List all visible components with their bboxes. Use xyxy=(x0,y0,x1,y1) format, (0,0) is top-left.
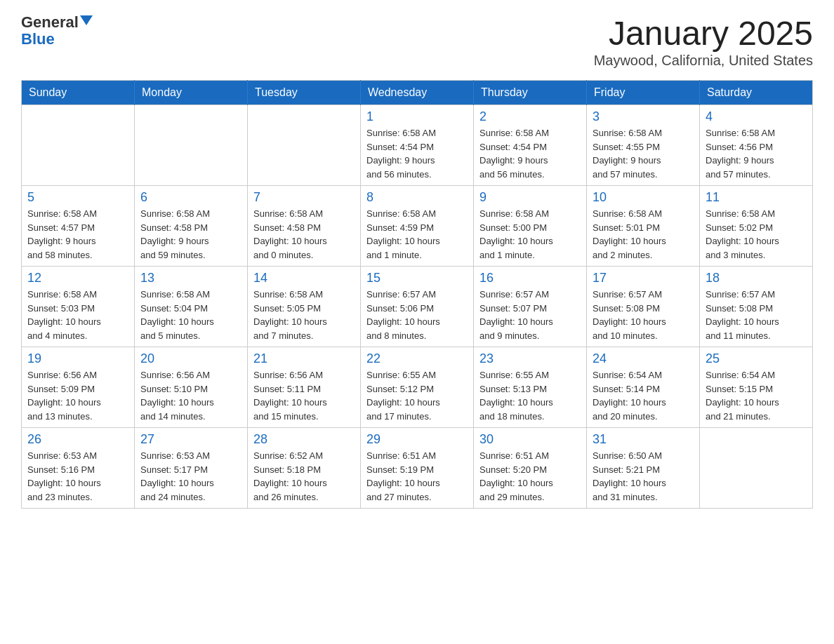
calendar-cell: 6Sunrise: 6:58 AM Sunset: 4:58 PM Daylig… xyxy=(135,186,248,267)
calendar-cell: 9Sunrise: 6:58 AM Sunset: 5:00 PM Daylig… xyxy=(474,186,587,267)
day-info: Sunrise: 6:58 AM Sunset: 5:03 PM Dayligh… xyxy=(27,288,128,342)
calendar-cell: 3Sunrise: 6:58 AM Sunset: 4:55 PM Daylig… xyxy=(587,105,700,186)
day-number: 28 xyxy=(253,432,355,447)
calendar-cell: 20Sunrise: 6:56 AM Sunset: 5:10 PM Dayli… xyxy=(135,347,248,428)
page-subtitle: Maywood, California, United States xyxy=(594,53,813,69)
day-info: Sunrise: 6:53 AM Sunset: 5:16 PM Dayligh… xyxy=(27,449,128,504)
day-number: 27 xyxy=(140,432,241,447)
calendar-cell xyxy=(700,428,813,509)
day-info: Sunrise: 6:58 AM Sunset: 4:54 PM Dayligh… xyxy=(366,126,468,181)
calendar-cell: 26Sunrise: 6:53 AM Sunset: 5:16 PM Dayli… xyxy=(22,428,135,509)
day-number: 12 xyxy=(27,271,128,286)
calendar-cell: 17Sunrise: 6:57 AM Sunset: 5:08 PM Dayli… xyxy=(587,267,700,347)
day-info: Sunrise: 6:54 AM Sunset: 5:15 PM Dayligh… xyxy=(706,368,807,423)
day-info: Sunrise: 6:58 AM Sunset: 5:01 PM Dayligh… xyxy=(593,207,694,262)
day-of-week-friday: Friday xyxy=(587,81,700,105)
day-number: 10 xyxy=(593,190,694,205)
page-header: General Blue January 2025 Maywood, Calif… xyxy=(21,14,813,69)
week-row-4: 19Sunrise: 6:56 AM Sunset: 5:09 PM Dayli… xyxy=(22,347,813,428)
day-of-week-monday: Monday xyxy=(135,81,248,105)
day-info: Sunrise: 6:58 AM Sunset: 4:56 PM Dayligh… xyxy=(706,126,807,181)
day-of-week-thursday: Thursday xyxy=(474,81,587,105)
day-info: Sunrise: 6:58 AM Sunset: 5:02 PM Dayligh… xyxy=(706,207,807,262)
calendar-cell: 2Sunrise: 6:58 AM Sunset: 4:54 PM Daylig… xyxy=(474,105,587,186)
day-number: 24 xyxy=(593,351,694,366)
day-info: Sunrise: 6:58 AM Sunset: 4:57 PM Dayligh… xyxy=(27,207,128,262)
day-number: 29 xyxy=(366,432,468,447)
day-info: Sunrise: 6:58 AM Sunset: 5:04 PM Dayligh… xyxy=(140,288,241,342)
day-of-week-wednesday: Wednesday xyxy=(361,81,474,105)
day-info: Sunrise: 6:54 AM Sunset: 5:14 PM Dayligh… xyxy=(593,368,694,423)
calendar-cell: 11Sunrise: 6:58 AM Sunset: 5:02 PM Dayli… xyxy=(700,186,813,267)
day-info: Sunrise: 6:58 AM Sunset: 5:05 PM Dayligh… xyxy=(253,288,355,342)
calendar-cell: 4Sunrise: 6:58 AM Sunset: 4:56 PM Daylig… xyxy=(700,105,813,186)
day-info: Sunrise: 6:56 AM Sunset: 5:09 PM Dayligh… xyxy=(27,368,128,423)
day-info: Sunrise: 6:57 AM Sunset: 5:06 PM Dayligh… xyxy=(366,288,468,342)
day-number: 14 xyxy=(253,271,355,286)
day-of-week-tuesday: Tuesday xyxy=(248,81,361,105)
day-info: Sunrise: 6:57 AM Sunset: 5:07 PM Dayligh… xyxy=(479,288,581,342)
day-number: 1 xyxy=(366,109,468,124)
calendar-cell: 7Sunrise: 6:58 AM Sunset: 4:58 PM Daylig… xyxy=(248,186,361,267)
day-number: 26 xyxy=(27,432,128,447)
day-number: 2 xyxy=(479,109,581,124)
day-number: 31 xyxy=(593,432,694,447)
week-row-3: 12Sunrise: 6:58 AM Sunset: 5:03 PM Dayli… xyxy=(22,267,813,347)
day-info: Sunrise: 6:58 AM Sunset: 4:55 PM Dayligh… xyxy=(593,126,694,181)
page-title: January 2025 xyxy=(594,14,813,53)
day-number: 7 xyxy=(253,190,355,205)
calendar-cell: 25Sunrise: 6:54 AM Sunset: 5:15 PM Dayli… xyxy=(700,347,813,428)
day-number: 16 xyxy=(479,271,581,286)
calendar-cell: 18Sunrise: 6:57 AM Sunset: 5:08 PM Dayli… xyxy=(700,267,813,347)
day-number: 6 xyxy=(140,190,241,205)
day-of-week-sunday: Sunday xyxy=(22,81,135,105)
calendar-header: SundayMondayTuesdayWednesdayThursdayFrid… xyxy=(22,81,813,105)
day-info: Sunrise: 6:57 AM Sunset: 5:08 PM Dayligh… xyxy=(706,288,807,342)
days-of-week-row: SundayMondayTuesdayWednesdayThursdayFrid… xyxy=(22,81,813,105)
day-number: 21 xyxy=(253,351,355,366)
day-number: 4 xyxy=(706,109,807,124)
day-info: Sunrise: 6:57 AM Sunset: 5:08 PM Dayligh… xyxy=(593,288,694,342)
logo-triangle-icon xyxy=(80,15,93,25)
day-info: Sunrise: 6:58 AM Sunset: 5:00 PM Dayligh… xyxy=(479,207,581,262)
day-number: 22 xyxy=(366,351,468,366)
day-info: Sunrise: 6:56 AM Sunset: 5:11 PM Dayligh… xyxy=(253,368,355,423)
calendar-cell: 22Sunrise: 6:55 AM Sunset: 5:12 PM Dayli… xyxy=(361,347,474,428)
calendar-cell xyxy=(135,105,248,186)
day-number: 30 xyxy=(479,432,581,447)
calendar-cell: 31Sunrise: 6:50 AM Sunset: 5:21 PM Dayli… xyxy=(587,428,700,509)
day-number: 23 xyxy=(479,351,581,366)
calendar-cell: 16Sunrise: 6:57 AM Sunset: 5:07 PM Dayli… xyxy=(474,267,587,347)
day-number: 11 xyxy=(706,190,807,205)
day-info: Sunrise: 6:58 AM Sunset: 4:59 PM Dayligh… xyxy=(366,207,468,262)
day-info: Sunrise: 6:58 AM Sunset: 4:58 PM Dayligh… xyxy=(253,207,355,262)
calendar-cell: 15Sunrise: 6:57 AM Sunset: 5:06 PM Dayli… xyxy=(361,267,474,347)
day-number: 17 xyxy=(593,271,694,286)
day-info: Sunrise: 6:58 AM Sunset: 4:58 PM Dayligh… xyxy=(140,207,241,262)
calendar-cell: 23Sunrise: 6:55 AM Sunset: 5:13 PM Dayli… xyxy=(474,347,587,428)
calendar-table: SundayMondayTuesdayWednesdayThursdayFrid… xyxy=(21,80,813,509)
calendar-cell: 10Sunrise: 6:58 AM Sunset: 5:01 PM Dayli… xyxy=(587,186,700,267)
day-info: Sunrise: 6:50 AM Sunset: 5:21 PM Dayligh… xyxy=(593,449,694,504)
day-info: Sunrise: 6:56 AM Sunset: 5:10 PM Dayligh… xyxy=(140,368,241,423)
title-block: January 2025 Maywood, California, United… xyxy=(594,14,813,69)
day-info: Sunrise: 6:52 AM Sunset: 5:18 PM Dayligh… xyxy=(253,449,355,504)
day-info: Sunrise: 6:55 AM Sunset: 5:13 PM Dayligh… xyxy=(479,368,581,423)
calendar-cell: 24Sunrise: 6:54 AM Sunset: 5:14 PM Dayli… xyxy=(587,347,700,428)
day-number: 9 xyxy=(479,190,581,205)
day-of-week-saturday: Saturday xyxy=(700,81,813,105)
week-row-1: 1Sunrise: 6:58 AM Sunset: 4:54 PM Daylig… xyxy=(22,105,813,186)
day-number: 15 xyxy=(366,271,468,286)
day-number: 8 xyxy=(366,190,468,205)
calendar-cell: 30Sunrise: 6:51 AM Sunset: 5:20 PM Dayli… xyxy=(474,428,587,509)
calendar-cell: 27Sunrise: 6:53 AM Sunset: 5:17 PM Dayli… xyxy=(135,428,248,509)
calendar-cell xyxy=(248,105,361,186)
day-number: 19 xyxy=(27,351,128,366)
week-row-2: 5Sunrise: 6:58 AM Sunset: 4:57 PM Daylig… xyxy=(22,186,813,267)
day-number: 5 xyxy=(27,190,128,205)
calendar-cell: 21Sunrise: 6:56 AM Sunset: 5:11 PM Dayli… xyxy=(248,347,361,428)
calendar-cell: 8Sunrise: 6:58 AM Sunset: 4:59 PM Daylig… xyxy=(361,186,474,267)
week-row-5: 26Sunrise: 6:53 AM Sunset: 5:16 PM Dayli… xyxy=(22,428,813,509)
calendar-cell: 12Sunrise: 6:58 AM Sunset: 5:03 PM Dayli… xyxy=(22,267,135,347)
calendar-cell xyxy=(22,105,135,186)
